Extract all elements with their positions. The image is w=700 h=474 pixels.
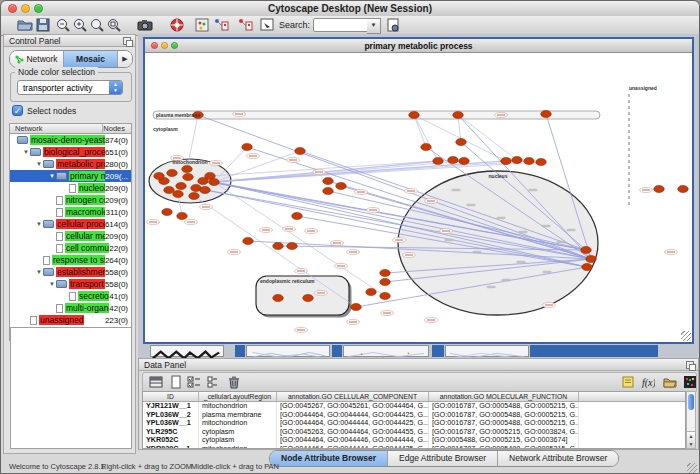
network-node[interactable] (209, 178, 220, 185)
network-node[interactable] (323, 187, 334, 194)
network-node[interactable] (512, 156, 523, 163)
network-node[interactable] (654, 185, 665, 192)
zoom-in-icon[interactable] (72, 17, 88, 33)
node-color-dropdown[interactable]: transporter activity ▲▼ (17, 80, 123, 95)
expand-arrow-icon[interactable]: ▼ (36, 221, 43, 227)
frame-resize-grip[interactable] (681, 331, 691, 341)
expand-arrow-icon[interactable]: ▼ (49, 281, 56, 287)
network-node[interactable] (242, 143, 253, 150)
network-node[interactable] (380, 292, 391, 299)
paste-layout-icon[interactable] (237, 17, 253, 33)
network-node[interactable] (421, 143, 432, 150)
table-column-header[interactable]: ID (143, 392, 199, 401)
float-data-panel-icon[interactable] (686, 361, 694, 369)
table-column-header[interactable]: annotation.GO MOLECULAR_FUNCTION (429, 392, 579, 401)
unselect-attributes-icon[interactable] (205, 375, 219, 389)
expand-arrow-icon[interactable]: ▼ (36, 161, 43, 167)
network-node[interactable] (433, 157, 444, 164)
network-node[interactable] (459, 157, 470, 164)
network-node[interactable] (182, 165, 193, 172)
network-node[interactable] (303, 294, 314, 301)
table-row[interactable]: YJR121W__1mitochondrion[GO:0045267, GO:0… (143, 402, 685, 411)
network-node[interactable] (336, 182, 347, 189)
tree-row[interactable]: ▼cellular process614(0) (10, 218, 131, 230)
network-node[interactable] (167, 169, 178, 176)
tab-mosaic[interactable]: Mosaic (64, 51, 118, 67)
search-config-icon[interactable] (385, 17, 401, 33)
network-node[interactable] (541, 110, 552, 117)
network-node[interactable] (200, 186, 211, 193)
annotation-icon[interactable] (259, 17, 275, 33)
network-node[interactable] (162, 208, 173, 215)
network-node[interactable] (380, 278, 391, 285)
scrollbar-thumb[interactable] (688, 394, 694, 410)
zoom-selected-icon[interactable] (89, 17, 105, 33)
tree-row[interactable]: ▼biological_process651(0) (10, 146, 131, 158)
tree-row[interactable]: unassigned223(0) (10, 314, 131, 326)
table-row[interactable]: YKR052Ccytoplasm[GO:0044464, GO:0044446,… (143, 436, 685, 445)
table-row[interactable]: YDR039C__1mitochondrion[GO:0044464, GO:0… (143, 445, 685, 449)
tree-row[interactable]: ▼metabolic process280(0) (10, 158, 131, 170)
expand-arrow-icon[interactable]: ▼ (36, 269, 43, 275)
minimized-window-1[interactable] (150, 345, 224, 357)
minimized-window-3[interactable] (343, 345, 429, 357)
tree-row[interactable]: response to stimulu264(0) (10, 254, 131, 266)
network-node[interactable] (678, 185, 689, 192)
birds-eye-view-panel[interactable] (10, 327, 132, 449)
new-attribute-icon[interactable] (169, 375, 183, 389)
network-node[interactable] (448, 156, 459, 163)
network-node[interactable] (524, 157, 535, 164)
network-node[interactable] (273, 242, 284, 249)
network-node[interactable] (536, 158, 547, 165)
tree-row[interactable]: macromolecule311(0) (10, 206, 131, 218)
network-node[interactable] (409, 111, 420, 118)
expand-arrow-icon[interactable]: ▼ (23, 149, 30, 155)
network-node[interactable] (273, 294, 284, 301)
tree-row[interactable]: secretion41(0) (10, 290, 131, 302)
network-node[interactable] (177, 212, 188, 219)
network-node[interactable] (189, 192, 200, 199)
tree-row[interactable]: nitrogen compo209(0) (10, 194, 131, 206)
tree-row[interactable]: ▼primary metabo209(... (10, 170, 131, 182)
network-node[interactable] (582, 263, 593, 270)
network-node[interactable] (154, 172, 165, 179)
network-node[interactable] (366, 288, 377, 295)
tabs-overflow-arrow[interactable]: ▶ (118, 51, 132, 67)
function-builder-icon[interactable]: f(x) (641, 375, 655, 389)
scrollbar-arrows[interactable]: ▲▼ (687, 431, 695, 448)
help-lifering-icon[interactable] (169, 17, 185, 33)
network-node[interactable] (351, 303, 362, 310)
network-node[interactable] (380, 269, 391, 276)
zoom-out-icon[interactable] (55, 17, 71, 33)
copy-layout-icon[interactable] (213, 17, 229, 33)
attribute-table-icon[interactable] (149, 375, 163, 389)
minimized-titlebar-4[interactable] (530, 345, 658, 357)
minimized-titlebar-1[interactable] (235, 345, 245, 357)
search-dropdown-button[interactable]: ▼ (367, 18, 381, 34)
expand-arrow-icon[interactable]: ▼ (49, 173, 56, 179)
minimized-titlebar-2[interactable] (332, 345, 342, 357)
table-column-header[interactable]: annotation.GO CELLULAR_COMPONENT (277, 392, 429, 401)
tree-row[interactable]: cell communicat22(0) (10, 242, 131, 254)
matrix-view-icon[interactable] (683, 375, 697, 389)
table-column-header[interactable]: _cellularLayoutRegion (199, 392, 277, 401)
import-attributes-folder-icon[interactable] (663, 375, 677, 389)
network-node[interactable] (501, 157, 512, 164)
tree-row[interactable]: nucleobase-209(0) (10, 182, 131, 194)
network-node[interactable] (173, 190, 184, 197)
network-node[interactable] (581, 246, 592, 253)
network-node[interactable] (456, 138, 467, 145)
network-node[interactable] (295, 147, 306, 154)
zoom-fit-icon[interactable] (106, 17, 122, 33)
attribute-notes-icon[interactable] (621, 375, 635, 389)
minimized-window-4[interactable] (445, 345, 529, 357)
network-node[interactable] (292, 212, 303, 219)
window-resize-grip[interactable] (687, 463, 697, 473)
tree-row[interactable]: ▼establishment of lo558(0) (10, 266, 131, 278)
select-attributes-icon[interactable] (187, 375, 201, 389)
select-nodes-checkbox-row[interactable]: ✓ Select nodes (12, 105, 76, 116)
network-node[interactable] (183, 173, 194, 180)
network-node[interactable] (453, 111, 464, 118)
table-row[interactable]: YPL036W__2plasma membrane[GO:0044464, GO… (143, 411, 685, 420)
minimized-window-2[interactable] (246, 345, 330, 357)
